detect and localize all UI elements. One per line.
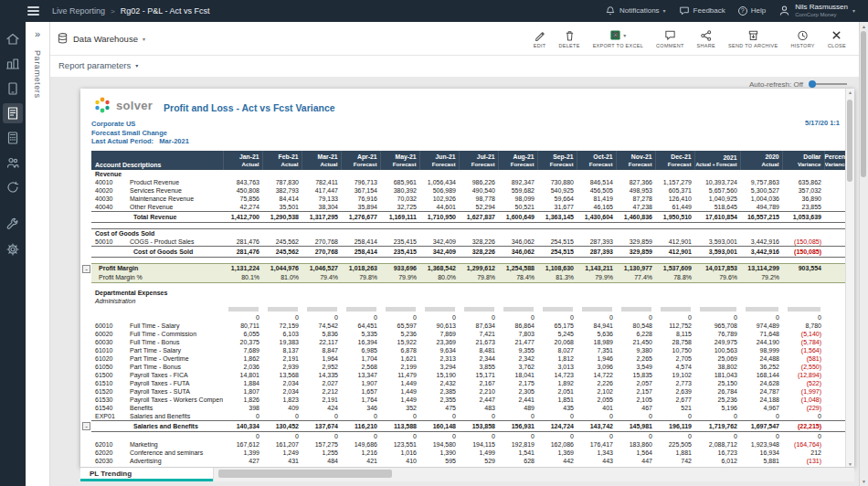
cell: 2,105 — [616, 396, 655, 404]
sidebar-item-settings[interactable] — [3, 239, 23, 259]
user-menu[interactable]: Nils Rasmussen ComCorp Money ▾ — [778, 4, 855, 17]
cell — [577, 229, 616, 238]
svg-text:X: X — [613, 31, 619, 39]
sidebar-item-entities[interactable] — [3, 54, 23, 74]
auto-refresh-slider[interactable] — [809, 79, 847, 89]
account-row: 60020Full Time - Commission6,0556,1035,8… — [91, 330, 850, 338]
parameters-panel-collapsed: » Parameters — [26, 22, 50, 486]
cell — [341, 297, 380, 305]
parameters-label[interactable]: Parameters — [33, 50, 42, 99]
auto-refresh-label: Auto-refresh: Off — [749, 80, 803, 89]
sidebar-item-live-reporting[interactable] — [3, 103, 23, 123]
scroll-up-icon[interactable]: ▲ — [846, 90, 854, 95]
cell: 540,925 — [537, 186, 577, 195]
cell: 61530 — [91, 396, 122, 404]
cell: 2,212 — [302, 387, 341, 396]
cell: 0 — [223, 313, 262, 322]
scrollbar-thumb[interactable] — [861, 31, 866, 177]
cell: 20,375 — [223, 338, 262, 346]
cell: 76,916 — [341, 195, 380, 203]
cell: 50010 — [91, 238, 122, 247]
collapse-group-button[interactable]: - — [82, 422, 90, 430]
cell: 782,411 — [302, 178, 341, 186]
cell — [380, 170, 419, 178]
cell: 1,460,836 — [616, 212, 655, 223]
cell: 5,300,527 — [740, 186, 782, 195]
cell: 2,199 — [380, 363, 419, 371]
cell — [616, 229, 655, 238]
horizontal-scrollbar[interactable] — [213, 468, 854, 481]
cell: 1,851 — [537, 396, 577, 404]
cell: 1,368,542 — [419, 264, 459, 274]
cell: Other Revenue — [122, 203, 223, 212]
cell: 409 — [262, 404, 302, 412]
cell: 270,768 — [302, 238, 341, 247]
report-page: solver Profit and Loss - Act vs Fcst Var… — [80, 89, 854, 468]
scroll-down-icon[interactable]: ▼ — [860, 479, 868, 484]
data-source-selector[interactable]: Data Warehouse ▾ — [57, 32, 145, 45]
cell: 32,725 — [380, 203, 419, 212]
expand-parameters-icon[interactable]: » — [35, 29, 40, 39]
cell: 61020 — [91, 354, 122, 363]
collapse-group-button[interactable]: - — [82, 265, 90, 273]
menu-icon[interactable] — [27, 5, 39, 17]
sidebar-item-assignments[interactable] — [3, 79, 23, 99]
cell: 62030 — [91, 457, 122, 465]
export-to-excel-button[interactable]: X ▾ EXPORT TO EXCEL — [593, 29, 643, 48]
cell — [782, 273, 824, 283]
cell: 2,385 — [419, 387, 459, 396]
cell: (164,764) — [782, 440, 824, 449]
edit-button[interactable]: EDIT — [534, 29, 546, 48]
account-row: EXP01Salaries and Benefits00000000000000… — [91, 412, 850, 421]
cell — [223, 297, 262, 305]
help-button[interactable]: ? Help — [738, 6, 766, 16]
comment-button[interactable]: COMMENT — [656, 29, 684, 48]
scroll-up-icon[interactable]: ▲ — [860, 24, 868, 29]
cell: Cost of Goods Sold — [91, 247, 223, 258]
cell: 62010 — [91, 440, 122, 449]
cell: 60020 — [91, 330, 122, 338]
send-to-archive-button[interactable]: SEND TO ARCHIVE — [728, 29, 778, 48]
window-scrollbar[interactable]: ▲ ▼ — [859, 22, 868, 486]
slider-handle[interactable] — [809, 80, 816, 88]
sidebar-item-users[interactable] — [3, 153, 23, 173]
tab-pl-trending[interactable]: PL Trending — [80, 468, 213, 481]
cell: 4,967 — [740, 404, 782, 412]
cell: 28,758 — [655, 338, 694, 346]
scrollbar-thumb[interactable] — [218, 470, 392, 478]
breadcrumb-live-reporting[interactable]: Live Reporting — [52, 6, 105, 16]
delete-button[interactable]: DELETE — [558, 29, 579, 48]
sidebar-item-data-integrations[interactable] — [3, 177, 23, 197]
notifications-button[interactable]: Notifications ▾ — [605, 5, 666, 16]
cell: 1,299,612 — [459, 264, 498, 274]
report-vertical-scrollbar[interactable]: ▲ ▼ — [845, 89, 854, 468]
history-button[interactable]: HISTORY — [790, 29, 814, 48]
scrollbar-thumb[interactable] — [847, 100, 852, 182]
cell: 529 — [459, 457, 498, 465]
cell — [380, 305, 419, 313]
cell — [537, 229, 577, 238]
sidebar-item-budgeting[interactable] — [3, 128, 23, 148]
sidebar-item-administration[interactable] — [3, 215, 23, 235]
cell: 90,613 — [419, 322, 459, 330]
cell: 78.4% — [498, 273, 537, 283]
section-row: Revenue — [91, 170, 850, 178]
close-button[interactable]: CLOSE — [828, 29, 846, 48]
cell: 329,859 — [616, 247, 655, 258]
report-parameters-toggle[interactable]: Report parameters ▾ — [58, 60, 138, 70]
cell: 635,862 — [782, 178, 824, 186]
column-header-2020: 2020Actual — [740, 151, 782, 171]
cell: (522) — [782, 379, 824, 387]
account-row: 60030Full Time - Bonus20,37519,38322,117… — [91, 338, 850, 346]
cell: 467 — [616, 404, 655, 412]
cell — [498, 289, 537, 297]
cell: 3,013 — [537, 363, 577, 371]
sidebar-item-home[interactable] — [3, 29, 23, 49]
cell: 13,347 — [341, 371, 380, 379]
cell: (2,550) — [782, 363, 824, 371]
share-button[interactable]: SHARE — [697, 29, 715, 48]
cell: 1,697,547 — [740, 421, 782, 432]
cell: 0 — [302, 313, 341, 322]
feedback-button[interactable]: Feedback — [679, 5, 725, 16]
cell — [459, 297, 498, 305]
